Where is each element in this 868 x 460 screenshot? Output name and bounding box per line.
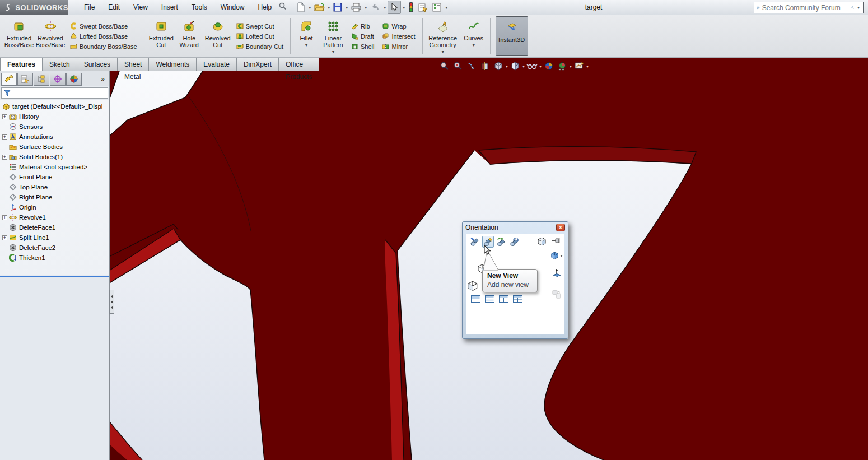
boundary-cut-button[interactable]: Boundary Cut bbox=[235, 42, 285, 50]
boundary-boss-base-button[interactable]: Boundary Boss/Base bbox=[68, 42, 139, 50]
tree-item-surface-bodies[interactable]: Surface Bodies bbox=[0, 142, 109, 152]
tab-dimxpert[interactable]: DimXpert bbox=[236, 58, 279, 71]
undo-button[interactable] bbox=[368, 1, 382, 13]
tree-item-deleteface2[interactable]: DeleteFace2 bbox=[0, 243, 109, 253]
intersect-button[interactable]: Intersect bbox=[380, 32, 417, 40]
menu-insert[interactable]: Insert bbox=[156, 2, 184, 13]
update-standard-views-button[interactable] bbox=[496, 236, 507, 248]
menu-window[interactable]: Window bbox=[215, 2, 250, 13]
search-icon[interactable] bbox=[851, 3, 854, 12]
curves-dropdown[interactable]: ▾ bbox=[473, 43, 475, 48]
instant3d-button[interactable]: Instant3D bbox=[496, 16, 528, 56]
menu-edit[interactable]: Edit bbox=[102, 2, 125, 13]
tree-item-origin[interactable]: Origin bbox=[0, 202, 109, 212]
lofted-boss-base-button[interactable]: Lofted Boss/Base bbox=[68, 32, 139, 40]
normal-to-button[interactable] bbox=[552, 268, 562, 281]
tree-item-deleteface1[interactable]: DeleteFace1 bbox=[0, 222, 109, 233]
expand-toggle[interactable]: + bbox=[2, 114, 7, 119]
revolved-boss-base-button[interactable]: RevolvedBoss/Base bbox=[35, 16, 66, 56]
shell-button[interactable]: Shell bbox=[349, 42, 376, 50]
open-dropdown[interactable]: ▾ bbox=[328, 5, 330, 10]
display-style-dropdown[interactable]: ▾ bbox=[522, 64, 525, 69]
community-search-box[interactable]: ▾ bbox=[754, 2, 864, 13]
swept-boss-base-button[interactable]: Swept Boss/Base bbox=[68, 22, 139, 30]
new-document-dropdown[interactable]: ▾ bbox=[309, 5, 311, 10]
tree-item-sensors[interactable]: Sensors bbox=[0, 122, 109, 132]
tab-office-products[interactable]: Office Products bbox=[278, 58, 319, 71]
view-orientation-icon[interactable] bbox=[492, 60, 505, 72]
menu-view[interactable]: View bbox=[128, 2, 153, 13]
new-document-button[interactable] bbox=[295, 1, 307, 13]
pin-icon[interactable] bbox=[550, 236, 562, 248]
apply-scene-dropdown[interactable]: ▾ bbox=[570, 64, 572, 69]
save-dropdown[interactable]: ▾ bbox=[346, 5, 348, 10]
expand-toggle[interactable]: + bbox=[2, 134, 7, 140]
display-style-icon[interactable] bbox=[509, 60, 521, 72]
tree-item-revolve1[interactable]: + Revolve1 bbox=[0, 212, 109, 222]
tab-surfaces[interactable]: Surfaces bbox=[77, 58, 118, 71]
tab-sketch[interactable]: Sketch bbox=[42, 58, 77, 71]
propertymanager-tab[interactable] bbox=[17, 73, 33, 86]
menu-tools[interactable]: Tools bbox=[186, 2, 213, 13]
view-settings-icon[interactable] bbox=[573, 60, 585, 72]
linear-pattern-dropdown[interactable]: ▾ bbox=[332, 49, 334, 54]
curves-button[interactable]: Curves ▾ bbox=[460, 16, 487, 56]
undo-dropdown[interactable]: ▾ bbox=[384, 5, 386, 10]
rib-button[interactable]: Rib bbox=[349, 22, 376, 30]
hide-show-items-dropdown[interactable]: ▾ bbox=[539, 64, 542, 69]
wrap-button[interactable]: Wrap bbox=[380, 22, 417, 30]
options-dropdown[interactable]: ▾ bbox=[445, 5, 447, 10]
search-dropdown[interactable]: ▾ bbox=[857, 5, 860, 10]
file-properties-button[interactable] bbox=[416, 1, 430, 13]
options-button[interactable] bbox=[430, 1, 444, 13]
edit-appearance-icon[interactable] bbox=[543, 60, 555, 72]
tree-item-top-plane[interactable]: Top Plane bbox=[0, 182, 109, 192]
swept-cut-button[interactable]: Swept Cut bbox=[235, 22, 285, 30]
reset-standard-views-button[interactable] bbox=[509, 236, 521, 248]
zoom-to-area-icon[interactable] bbox=[452, 60, 464, 72]
fillet-button[interactable]: Fillet ▾ bbox=[293, 16, 319, 56]
tree-item-annotations[interactable]: + Annotations bbox=[0, 132, 109, 142]
tree-item-thicken1[interactable]: Thicken1 bbox=[0, 253, 109, 263]
previous-view-button[interactable] bbox=[469, 236, 480, 248]
previous-view-icon[interactable] bbox=[465, 60, 478, 72]
tree-item-split-line1[interactable]: + Split Line1 bbox=[0, 233, 109, 243]
tab-weldments[interactable]: Weldments bbox=[148, 58, 197, 71]
tree-item-front-plane[interactable]: Front Plane bbox=[0, 172, 109, 182]
revolved-cut-button[interactable]: RevolvedCut bbox=[203, 16, 232, 56]
draft-button[interactable]: Draft bbox=[349, 32, 376, 40]
extruded-boss-base-button[interactable]: ExtrudedBoss/Base bbox=[3, 16, 35, 56]
close-icon[interactable]: x bbox=[556, 224, 565, 231]
hole-wizard-button[interactable]: HoleWizard bbox=[175, 16, 203, 56]
tab-evaluate[interactable]: Evaluate bbox=[196, 58, 237, 71]
two-view-horizontal-button[interactable] bbox=[485, 295, 494, 305]
mirror-button[interactable]: Mirror bbox=[380, 42, 417, 50]
tree-item-solid-bodies[interactable]: + Solid Bodies(1) bbox=[0, 152, 109, 162]
print-dropdown[interactable]: ▾ bbox=[365, 5, 367, 10]
section-view-icon[interactable] bbox=[479, 60, 491, 72]
zoom-to-fit-icon[interactable] bbox=[438, 60, 451, 72]
single-view-button[interactable] bbox=[471, 295, 480, 305]
open-button[interactable] bbox=[312, 1, 326, 13]
view-orientation-dropdown[interactable]: ▾ bbox=[506, 64, 508, 69]
menu-file[interactable]: File bbox=[78, 2, 100, 13]
view-settings-dropdown[interactable]: ▾ bbox=[586, 64, 589, 69]
tree-item-material[interactable]: Material <not specified> bbox=[0, 162, 109, 172]
tree-filter-input[interactable] bbox=[1, 87, 108, 99]
lofted-cut-button[interactable]: Lofted Cut bbox=[235, 32, 285, 40]
linear-pattern-button[interactable]: LinearPattern ▾ bbox=[319, 16, 347, 56]
expand-toggle[interactable]: + bbox=[2, 215, 7, 220]
configurationmanager-tab[interactable] bbox=[34, 73, 49, 86]
reference-geometry-button[interactable]: ReferenceGeometry ▾ bbox=[426, 16, 460, 56]
tab-sheet-metal[interactable]: Sheet Metal bbox=[117, 58, 149, 71]
link-views-button[interactable] bbox=[552, 289, 562, 301]
featuremanager-tab[interactable] bbox=[1, 73, 17, 86]
search-input[interactable] bbox=[762, 4, 849, 12]
select-dropdown[interactable]: ▾ bbox=[403, 5, 405, 10]
tree-item-history[interactable]: + History bbox=[0, 111, 109, 122]
print-button[interactable] bbox=[349, 1, 363, 13]
tree-root[interactable]: target (Default<<Default>_Displ bbox=[0, 101, 109, 111]
menu-help[interactable]: Help bbox=[253, 2, 278, 13]
select-button[interactable] bbox=[388, 1, 401, 14]
reference-geometry-dropdown[interactable]: ▾ bbox=[442, 49, 444, 54]
